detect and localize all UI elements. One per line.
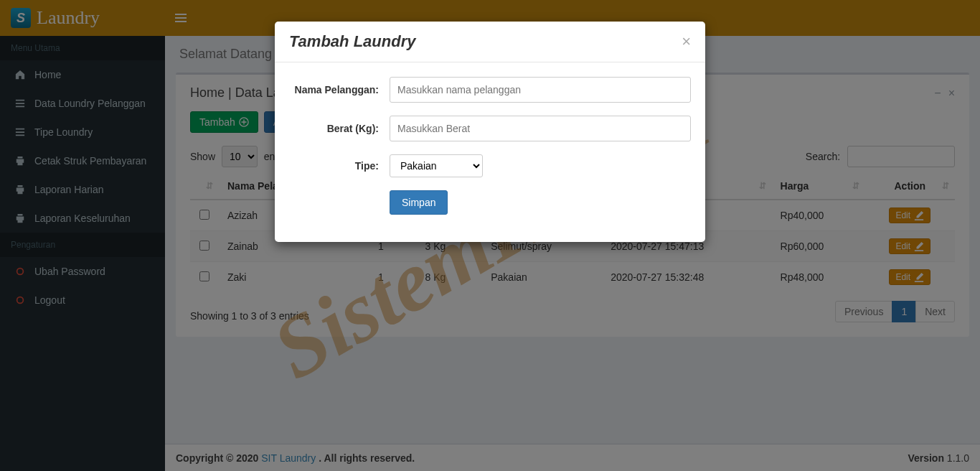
label-berat: Berat (Kg):: [289, 123, 390, 134]
label-nama: Nama Pelanggan:: [289, 84, 390, 95]
simpan-button[interactable]: Simpan: [390, 190, 448, 215]
berat-input[interactable]: [390, 116, 691, 141]
nama-pelanggan-input[interactable]: [390, 77, 691, 103]
tipe-select[interactable]: Pakaian: [390, 154, 483, 177]
modal-title: Tambah Laundry: [289, 32, 415, 51]
label-tipe: Tipe:: [289, 160, 390, 172]
modal-close-button[interactable]: ×: [682, 32, 691, 51]
tambah-laundry-modal: Tambah Laundry × Nama Pelanggan: Berat (…: [275, 22, 705, 242]
